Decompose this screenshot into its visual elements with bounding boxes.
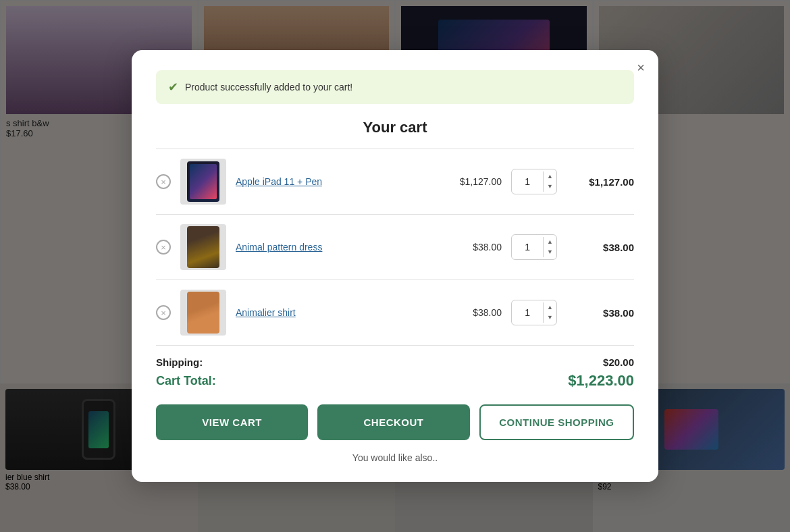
view-cart-button[interactable]: VIEW CART [156,404,308,440]
remove-dress-button[interactable]: × [156,240,171,255]
shirt-qty-value: 1 [512,307,543,318]
ipad-price: $1,127.00 [434,176,502,187]
also-text: You would like also.. [156,452,634,463]
shirt-name[interactable]: Animalier shirt [236,307,425,318]
success-banner: ✔ Product successfully added to your car… [156,70,634,104]
shipping-value: $20.00 [603,356,634,368]
cart-item-ipad: × Apple iPad 11 + Pen $1,127.00 1 ▲ ▼ $1… [156,149,634,215]
remove-shirt-button[interactable]: × [156,305,171,320]
success-message: Product successfully added to your cart! [185,82,352,92]
close-button[interactable]: × [637,61,645,74]
total-row: Cart Total: $1,223.00 [156,372,634,390]
cart-total-label: Cart Total: [156,374,216,388]
checkout-button[interactable]: CHECKOUT [317,404,469,440]
dress-qty-arrows: ▲ ▼ [543,237,556,257]
cart-modal: × ✔ Product successfully added to your c… [132,50,658,482]
check-icon: ✔ [168,80,178,95]
continue-shopping-button[interactable]: CONTINUE SHOPPING [479,404,634,440]
shirt-image [180,290,226,336]
shipping-row: Shipping: $20.00 [156,356,634,368]
cart-summary: Shipping: $20.00 Cart Total: $1,223.00 [156,356,634,390]
dress-price: $38.00 [434,242,502,252]
ipad-qty-down[interactable]: ▼ [544,182,556,192]
remove-ipad-button[interactable]: × [156,174,171,189]
shirt-total: $38.00 [567,307,634,319]
dress-total: $38.00 [567,242,634,253]
dress-quantity-stepper[interactable]: 1 ▲ ▼ [511,234,557,260]
ipad-total: $1,127.00 [567,176,634,188]
cart-items-list: × Apple iPad 11 + Pen $1,127.00 1 ▲ ▼ $1… [156,149,634,346]
ipad-name[interactable]: Apple iPad 11 + Pen [236,176,425,187]
dress-image [180,224,226,270]
dress-name[interactable]: Animal pattern dress [236,242,425,252]
cart-title: Your cart [156,119,634,136]
dress-qty-value: 1 [512,242,543,252]
ipad-image [180,159,226,205]
cart-item-shirt: × Animalier shirt $38.00 1 ▲ ▼ $38.00 [156,280,634,346]
cart-total-value: $1,223.00 [568,372,634,390]
dress-qty-up[interactable]: ▲ [544,237,556,247]
dress-qty-down[interactable]: ▼ [544,247,556,257]
ipad-qty-arrows: ▲ ▼ [543,171,556,192]
cart-item-dress: × Animal pattern dress $38.00 1 ▲ ▼ $38.… [156,215,634,280]
shirt-quantity-stepper[interactable]: 1 ▲ ▼ [511,300,557,325]
shirt-qty-down[interactable]: ▼ [544,313,556,323]
shirt-price: $38.00 [434,307,502,318]
shipping-label: Shipping: [156,356,203,368]
shirt-qty-up[interactable]: ▲ [544,302,556,313]
action-buttons: VIEW CART CHECKOUT CONTINUE SHOPPING [156,404,634,440]
ipad-quantity-stepper[interactable]: 1 ▲ ▼ [511,169,557,194]
shirt-qty-arrows: ▲ ▼ [543,302,556,323]
ipad-qty-value: 1 [512,176,543,187]
ipad-qty-up[interactable]: ▲ [544,171,556,182]
